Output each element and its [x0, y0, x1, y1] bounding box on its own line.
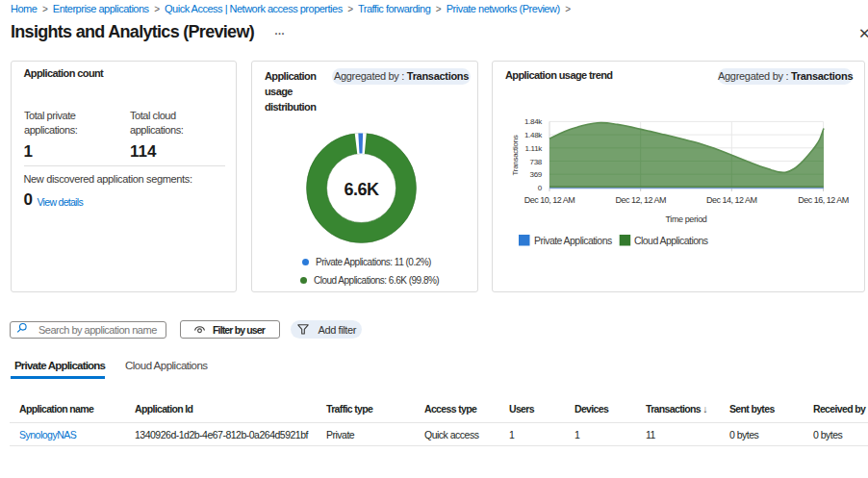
- svg-text:369: 369: [530, 170, 543, 179]
- svg-text:Dec 10, 12 AM: Dec 10, 12 AM: [524, 195, 575, 205]
- svg-text:Transactions: Transactions: [511, 135, 520, 175]
- svg-text:Time period: Time period: [666, 214, 707, 224]
- svg-text:1.84k: 1.84k: [524, 117, 543, 126]
- svg-text:Dec 14, 12 AM: Dec 14, 12 AM: [706, 195, 757, 205]
- svg-text:Dec 12, 12 AM: Dec 12, 12 AM: [615, 195, 666, 205]
- svg-text:Dec 16, 12 AM: Dec 16, 12 AM: [798, 195, 849, 205]
- svg-text:0: 0: [538, 184, 543, 192]
- svg-text:738: 738: [530, 158, 543, 166]
- svg-text:1.48k: 1.48k: [524, 131, 543, 139]
- svg-text:Cloud Applications: Cloud Applications: [634, 235, 708, 246]
- svg-text:Private Applications: Private Applications: [534, 235, 612, 246]
- svg-text:1.11k: 1.11k: [525, 144, 544, 153]
- svg-text:6.6K: 6.6K: [344, 180, 379, 199]
